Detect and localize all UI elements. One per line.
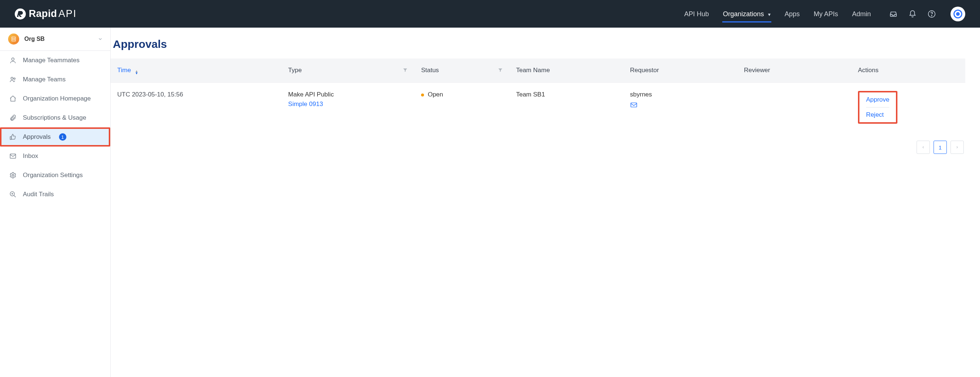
- avatar-icon: [953, 10, 962, 18]
- paperclip-icon: [9, 114, 17, 122]
- approvals-table: Time ▲▼ Type Status: [111, 59, 965, 132]
- thumbs-up-icon: [9, 133, 17, 141]
- nav-organizations[interactable]: Organizations ▾: [723, 2, 771, 26]
- col-header-label: Status: [421, 67, 439, 74]
- top-header: RapidAPI API Hub Organizations ▾ Apps My…: [0, 0, 980, 28]
- cell-status: Open: [414, 83, 509, 132]
- nav-admin[interactable]: Admin: [852, 2, 871, 26]
- org-name: Org SB: [24, 36, 92, 42]
- cell-time: UTC 2023-05-10, 15:56: [111, 83, 282, 132]
- requestor-name: sbyrnes: [630, 91, 731, 98]
- envelope-icon: [9, 152, 17, 160]
- sidebar-item-org-settings[interactable]: Organization Settings: [0, 166, 110, 185]
- sidebar-item-approvals[interactable]: Approvals 1: [0, 127, 110, 147]
- top-nav: API Hub Organizations ▾ Apps My APIs Adm…: [684, 2, 871, 26]
- page-next-button[interactable]: [950, 141, 964, 154]
- svg-point-11: [12, 174, 14, 176]
- sidebar-item-label: Audit Trails: [23, 191, 54, 198]
- col-header-time[interactable]: Time ▲▼: [111, 59, 282, 83]
- page-title: Approvals: [113, 38, 965, 51]
- pagination: 1: [111, 141, 965, 154]
- magnifier-plus-icon: [9, 191, 17, 198]
- bell-icon[interactable]: [908, 10, 916, 18]
- sidebar-item-manage-teams[interactable]: Manage Teams: [0, 70, 110, 89]
- home-icon: [9, 95, 17, 102]
- reject-link[interactable]: Reject: [866, 111, 889, 119]
- col-header-reviewer[interactable]: Reviewer: [737, 59, 851, 83]
- sidebar-item-inbox[interactable]: Inbox: [0, 147, 110, 166]
- cell-type: Make API Public Simple 0913: [282, 83, 415, 132]
- mail-icon[interactable]: [630, 102, 638, 108]
- col-header-requestor[interactable]: Requestor: [624, 59, 737, 83]
- col-header-label: Actions: [858, 67, 878, 74]
- cell-reviewer: [737, 83, 851, 132]
- people-icon: [9, 76, 17, 83]
- gear-icon: [9, 171, 17, 179]
- inbox-tray-icon[interactable]: [889, 10, 897, 18]
- cell-team-name: Team SB1: [509, 83, 624, 132]
- nav-organizations-label: Organizations: [723, 10, 764, 17]
- sidebar-item-manage-teammates[interactable]: Manage Teammates: [0, 51, 110, 70]
- page-number-button[interactable]: 1: [934, 141, 947, 154]
- svg-point-7: [12, 58, 14, 60]
- col-header-label: Reviewer: [744, 67, 770, 74]
- status-text: Open: [428, 91, 443, 98]
- sidebar-item-label: Organization Settings: [23, 171, 83, 179]
- actions-highlight-box: Approve Reject: [858, 91, 897, 124]
- sidebar-item-audit-trails[interactable]: Audit Trails: [0, 185, 110, 204]
- sidebar-item-org-homepage[interactable]: Organization Homepage: [0, 89, 110, 108]
- org-switcher[interactable]: Org SB: [0, 28, 110, 51]
- sidebar-item-label: Organization Homepage: [23, 95, 91, 102]
- sidebar-item-subscriptions-usage[interactable]: Subscriptions & Usage: [0, 108, 110, 127]
- person-icon: [9, 57, 17, 64]
- nav-my-apis[interactable]: My APIs: [814, 2, 838, 26]
- col-header-actions: Actions: [851, 59, 965, 83]
- approve-link[interactable]: Approve: [866, 96, 889, 103]
- cell-actions: Approve Reject: [851, 83, 965, 132]
- col-header-status[interactable]: Status: [414, 59, 509, 83]
- org-icon: [8, 33, 19, 44]
- type-main-text: Make API Public: [288, 91, 408, 98]
- filter-icon[interactable]: [498, 67, 503, 73]
- chevron-down-icon: ▾: [768, 11, 771, 17]
- approvals-count-badge: 1: [59, 133, 66, 141]
- brand-text: RapidAPI: [29, 8, 77, 19]
- type-link[interactable]: Simple 0913: [288, 100, 323, 108]
- cell-requestor: sbyrnes: [624, 83, 737, 132]
- filter-icon[interactable]: [402, 67, 408, 73]
- sidebar-item-label: Approvals: [23, 133, 51, 141]
- sidebar-item-label: Manage Teams: [23, 76, 66, 83]
- rapid-logo-icon: [15, 8, 26, 19]
- nav-api-hub[interactable]: API Hub: [684, 2, 709, 26]
- sidebar: Org SB Manage Teammates Manage Teams Org…: [0, 28, 111, 377]
- user-avatar[interactable]: [950, 6, 965, 21]
- sidebar-item-label: Subscriptions & Usage: [23, 114, 86, 122]
- svg-line-13: [14, 195, 16, 197]
- brand-logo[interactable]: RapidAPI: [15, 8, 77, 19]
- svg-point-8: [11, 77, 13, 79]
- col-header-label: Requestor: [630, 67, 659, 74]
- svg-point-2: [931, 15, 932, 16]
- svg-point-9: [14, 78, 15, 79]
- help-icon[interactable]: [928, 10, 936, 18]
- main-content: Approvals Time ▲▼ Type: [111, 28, 980, 377]
- sidebar-item-label: Inbox: [23, 152, 38, 160]
- table-row: UTC 2023-05-10, 15:56 Make API Public Si…: [111, 83, 965, 132]
- nav-apps[interactable]: Apps: [784, 2, 800, 26]
- col-header-label: Team Name: [516, 67, 550, 74]
- col-header-type[interactable]: Type: [282, 59, 415, 83]
- col-header-label: Type: [288, 67, 302, 74]
- chevron-down-icon: [98, 36, 103, 41]
- status-dot-icon: [421, 93, 424, 97]
- sidebar-item-label: Manage Teammates: [23, 57, 80, 64]
- col-header-label: Time: [117, 67, 131, 74]
- page-prev-button[interactable]: [916, 141, 930, 154]
- svg-rect-16: [631, 103, 637, 107]
- col-header-team-name[interactable]: Team Name: [509, 59, 624, 83]
- action-separator: [866, 107, 889, 108]
- sort-indicator-icon: ▲▼: [135, 70, 138, 74]
